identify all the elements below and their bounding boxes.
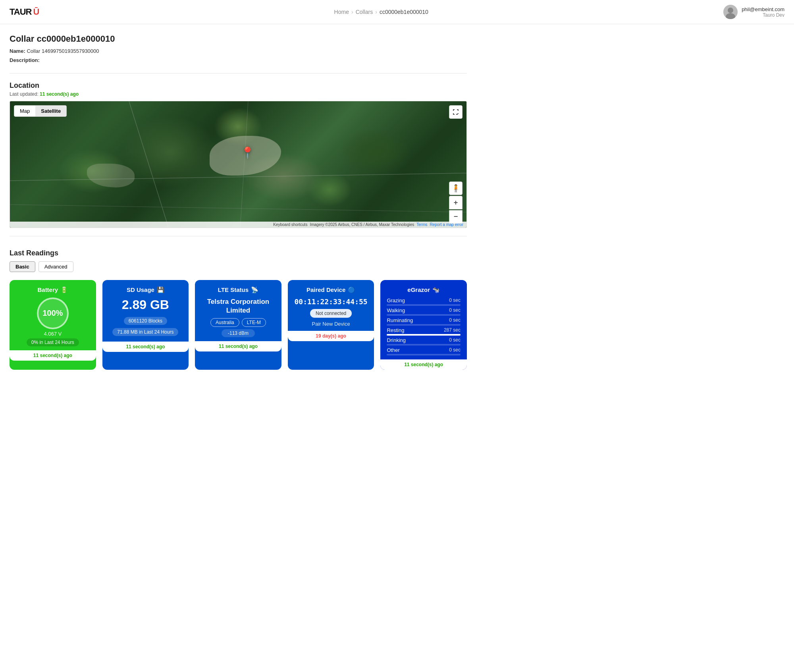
sd-blocks-wrap: 6061120 Blocks xyxy=(109,315,183,326)
map-tab-map[interactable]: Map xyxy=(14,106,35,116)
egrazor-label: Other xyxy=(387,347,400,353)
collar-header: Collar cc0000eb1e000010 Name: Collar 146… xyxy=(10,34,467,65)
readings-title: Last Readings xyxy=(10,249,467,257)
last-updated: Last updated: 11 second(s) ago xyxy=(10,91,467,97)
location-title: Location xyxy=(10,81,467,90)
map-controls-topright xyxy=(449,105,463,119)
page-content: Collar cc0000eb1e000010 Name: Collar 146… xyxy=(0,24,476,386)
map-container: 📍 Map Satellite 🧍 + − xyxy=(10,101,467,228)
breadcrumb-sep2: › xyxy=(375,9,377,15)
map-zoom-in-button[interactable]: + xyxy=(449,196,463,209)
lte-country: Australia xyxy=(210,318,239,327)
egrazor-value: 0 sec xyxy=(449,307,461,313)
map-pin: 📍 xyxy=(241,146,254,159)
device-id: 00:11:22:33:44:55 xyxy=(294,297,368,306)
collar-title: Collar cc0000eb1e000010 xyxy=(10,34,467,44)
logo-text: TAUR xyxy=(10,7,31,17)
lte-signal: -113 dBm xyxy=(222,329,255,337)
breadcrumb-collars[interactable]: Collars xyxy=(356,9,373,15)
sd-24h: 71.88 MB in Last 24 Hours xyxy=(112,328,178,336)
battery-timestamp: 11 second(s) ago xyxy=(10,350,96,361)
paired-timestamp: 19 day(s) ago xyxy=(288,331,374,341)
breadcrumb-current: cc0000eb1e000010 xyxy=(380,9,428,15)
user-org: Tauro Dev xyxy=(742,12,784,18)
sd-value: 2.89 GB xyxy=(109,297,183,312)
sd-24h-wrap: 71.88 MB in Last 24 Hours xyxy=(109,326,183,338)
lte-icon: 📡 xyxy=(251,286,258,294)
svg-line-5 xyxy=(10,205,466,212)
sd-usage-card: SD Usage 💾 2.89 GB 6061120 Blocks 71.88 … xyxy=(102,280,189,370)
collar-name-label: Name: xyxy=(10,48,25,54)
breadcrumb-home[interactable]: Home xyxy=(334,9,349,15)
cards-row: Battery 🔋 100% 4.067 V 0% in Last 24 Hou… xyxy=(10,280,467,370)
collar-name-row: Name: Collar 14699750193557930000 xyxy=(10,46,467,56)
egrazor-row: Resting287 sec xyxy=(387,327,461,336)
user-info: phil@embeint.com Tauro Dev xyxy=(723,5,784,19)
egrazor-row: Grazing0 sec xyxy=(387,297,461,306)
egrazor-title: eGrazor 🐄 xyxy=(387,286,461,294)
map-report-link[interactable]: Report a map error xyxy=(430,222,463,227)
battery-title: Battery 🔋 xyxy=(16,286,90,294)
lte-dbm-wrap: -113 dBm xyxy=(201,329,275,337)
map-fullscreen-button[interactable] xyxy=(449,105,463,119)
egrazor-label: Resting xyxy=(387,327,404,333)
breadcrumb: Home › Collars › cc0000eb1e000010 xyxy=(334,9,428,15)
battery-percent: 100% xyxy=(42,309,63,318)
lte-badges: Australia LTE-M xyxy=(201,318,275,327)
egrazor-value: 0 sec xyxy=(449,297,461,303)
battery-24h-wrap: 0% in Last 24 Hours xyxy=(16,338,90,346)
avatar xyxy=(723,5,738,19)
divider-2 xyxy=(10,236,467,236)
last-updated-prefix: Last updated: xyxy=(10,91,39,97)
map-imagery-credit: Imagery ©2025 Airbus, CNES / Airbus, Max… xyxy=(310,222,414,227)
tab-basic[interactable]: Basic xyxy=(10,261,35,272)
fullscreen-icon xyxy=(453,109,459,115)
app-header: TAURŪ Home › Collars › cc0000eb1e000010 … xyxy=(0,0,794,24)
readings-section: Last Readings Basic Advanced Battery 🔋 1… xyxy=(10,249,467,370)
egrazor-timestamp: 11 second(s) ago xyxy=(380,359,467,370)
lte-network: LTE-M xyxy=(242,318,266,327)
lte-title: LTE Status 📡 xyxy=(201,286,275,294)
map-terms-link[interactable]: Terms xyxy=(416,222,427,227)
egrazor-label: Ruminating xyxy=(387,317,413,323)
egrazor-value: 0 sec xyxy=(449,317,461,323)
map-roads-svg xyxy=(10,101,466,228)
egrazor-rows: Grazing0 secWalking0 secRuminating0 secR… xyxy=(387,297,461,355)
battery-voltage: 4.067 V xyxy=(16,331,90,337)
map-pegman-button[interactable]: 🧍 xyxy=(449,182,463,195)
location-section: Location Last updated: 11 second(s) ago … xyxy=(10,81,467,228)
svg-line-4 xyxy=(129,101,169,228)
app-logo[interactable]: TAURŪ xyxy=(10,7,39,17)
map-bg: 📍 xyxy=(10,101,466,228)
not-connected-badge: Not connected xyxy=(310,309,352,318)
logo-o: Ū xyxy=(33,7,39,17)
map-tab-satellite[interactable]: Satellite xyxy=(35,106,66,116)
egrazor-row: Other0 sec xyxy=(387,347,461,355)
map-controls-bottomright: 🧍 + − xyxy=(449,182,463,224)
collar-meta: Name: Collar 14699750193557930000 Descri… xyxy=(10,46,467,65)
map-keyboard-shortcuts[interactable]: Keyboard shortcuts xyxy=(273,222,307,227)
user-details: phil@embeint.com Tauro Dev xyxy=(742,6,784,18)
collar-desc-row: Description: xyxy=(10,56,467,65)
battery-circle-wrap: 100% xyxy=(16,297,90,329)
svg-line-3 xyxy=(10,173,466,181)
egrazor-label: Grazing xyxy=(387,297,405,303)
egrazor-row: Ruminating0 sec xyxy=(387,317,461,326)
user-email: phil@embeint.com xyxy=(742,6,784,12)
lte-timestamp: 11 second(s) ago xyxy=(195,341,281,351)
sd-blocks: 6061120 Blocks xyxy=(124,317,167,325)
sd-icon: 💾 xyxy=(157,286,164,294)
cow-icon: 🐄 xyxy=(432,286,440,294)
egrazor-row: Drinking0 sec xyxy=(387,337,461,346)
lte-carrier: Telstra Corporation Limited xyxy=(201,297,275,315)
svg-point-1 xyxy=(728,8,733,13)
divider-1 xyxy=(10,73,467,73)
egrazor-value: 0 sec xyxy=(449,337,461,343)
last-updated-time: 11 second(s) ago xyxy=(40,91,79,97)
sd-timestamp: 11 second(s) ago xyxy=(102,342,189,352)
egrazor-row: Walking0 sec xyxy=(387,307,461,316)
egrazor-value: 287 sec xyxy=(444,327,461,333)
egrazor-value: 0 sec xyxy=(449,347,461,353)
tab-advanced[interactable]: Advanced xyxy=(39,261,73,272)
pair-new-device[interactable]: Pair New Device xyxy=(294,321,368,327)
